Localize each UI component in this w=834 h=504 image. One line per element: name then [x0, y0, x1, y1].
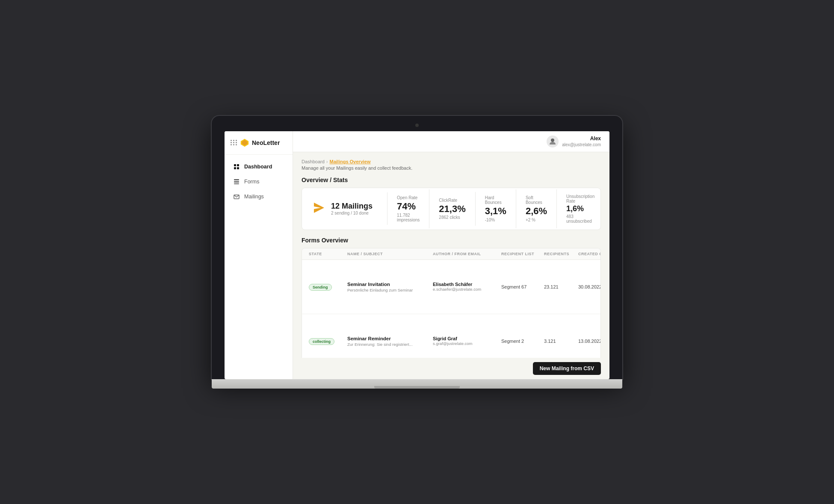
- row-1-name: Seminar Invitation Persönliche Einladung…: [347, 281, 433, 292]
- sidebar-item-forms-label: Forms: [244, 179, 259, 185]
- breadcrumb-parent[interactable]: Dashboard: [302, 159, 325, 164]
- app-grid-icon: [231, 140, 237, 145]
- row-2-recipient-list: Segment 2: [501, 339, 544, 344]
- svg-rect-8: [234, 183, 239, 184]
- sidebar-item-mailings-label: Mailings: [244, 194, 264, 200]
- breadcrumb-current: Mailings Overview: [330, 159, 371, 164]
- col-name: NAME / SUBJECT: [347, 252, 433, 256]
- col-recipient-list: RECIPIENT LIST: [501, 252, 544, 256]
- row-2-name: Seminar Reminder Zur Erinnerung: Sie sin…: [347, 336, 433, 347]
- mailings-icon: [233, 193, 240, 200]
- user-email: alex@justrelate.com: [562, 142, 601, 147]
- svg-rect-2: [234, 164, 236, 166]
- page-subtitle: Manage all your Mailings easily and coll…: [302, 165, 601, 171]
- laptop-base: [212, 379, 622, 389]
- mailings-count-box: 12 Mailings 2 sending / 10 done: [302, 192, 387, 225]
- top-header: Alex alex@justrelate.com: [293, 131, 609, 153]
- mailings-count-sub: 2 sending / 10 done: [331, 211, 373, 215]
- stat-value-0: 74%: [397, 201, 420, 212]
- row-1-author: Elisabeth Schäfer e.schaefer@justrelate.…: [433, 282, 501, 292]
- row-1-recipient-list: Segment 67: [501, 284, 544, 289]
- row-1-recipients: 23.121: [544, 284, 578, 289]
- breadcrumb: Dashboard › Mailings Overview: [302, 159, 601, 164]
- row-2-author: Sigrid Graf s.graf@justrelate.com: [433, 336, 501, 346]
- row-1-created-on: 30.08.2022: [578, 284, 601, 289]
- stat-label-2: Hard Bounces: [485, 195, 506, 205]
- svg-rect-6: [234, 179, 239, 180]
- sidebar: NeoLetter: [225, 131, 293, 379]
- forms-icon: [233, 178, 240, 185]
- svg-rect-4: [234, 167, 236, 169]
- col-recipients: RECIPIENTS: [544, 252, 578, 256]
- stat-unsub-rate: Unsubscription Rate 1,6% 483 unsubscribe…: [557, 188, 601, 230]
- svg-marker-11: [314, 203, 324, 213]
- stat-value-3: 2,6%: [526, 206, 547, 216]
- col-state: STATE: [309, 252, 347, 256]
- main-content: Alex alex@justrelate.com Dashboard › Mai…: [293, 131, 609, 379]
- col-author: AUTHOR / FROM EMAIL: [433, 252, 501, 256]
- svg-point-10: [551, 139, 554, 142]
- mailings-count-label: 12 Mailings: [331, 202, 373, 211]
- mailings-table: STATE NAME / SUBJECT AUTHOR / FROM EMAIL…: [302, 248, 601, 358]
- page-content: Dashboard › Mailings Overview Manage all…: [293, 152, 609, 357]
- stat-value-1: 21,3%: [439, 204, 465, 214]
- row-2-created-on: 13.08.2022: [578, 339, 601, 344]
- sidebar-item-dashboard[interactable]: Dashboard: [227, 159, 290, 174]
- table-row[interactable]: Sending Seminar Invitation Persönliche E…: [302, 260, 600, 314]
- neoletter-logo-icon: [240, 138, 249, 147]
- stat-open-rate: Open Rate 74% 11.782 impressions: [387, 189, 429, 228]
- stat-sub-0: 11.782 impressions: [397, 213, 420, 222]
- sidebar-item-mailings[interactable]: Mailings: [227, 189, 290, 204]
- stat-click-rate: ClickRate 21,3% 2862 clicks: [429, 192, 475, 226]
- user-name: Alex: [562, 136, 601, 142]
- stat-value-2: 3,1%: [485, 206, 506, 216]
- stat-label-1: ClickRate: [439, 198, 465, 203]
- svg-rect-3: [237, 164, 239, 166]
- avatar: [547, 136, 559, 147]
- table-row[interactable]: collecting Seminar Reminder Zur Erinneru…: [302, 314, 600, 358]
- new-mailing-csv-button[interactable]: New Mailing from CSV: [533, 362, 601, 375]
- stat-sub-3: +2 %: [526, 218, 547, 222]
- stat-value-4: 1,6%: [566, 205, 594, 213]
- dashboard-icon: [233, 163, 240, 170]
- stat-label-0: Open Rate: [397, 195, 420, 200]
- sidebar-item-forms[interactable]: Forms: [227, 174, 290, 189]
- logo: NeoLetter: [225, 131, 293, 155]
- col-created-on: CREATED ON: [578, 252, 601, 256]
- sidebar-item-dashboard-label: Dashboard: [244, 164, 272, 170]
- stat-label-3: Soft Bounces: [526, 195, 547, 205]
- logo-text: NeoLetter: [252, 139, 280, 146]
- stat-label-4: Unsubscription Rate: [566, 194, 594, 203]
- row-2-recipients: 3.121: [544, 339, 578, 344]
- breadcrumb-separator: ›: [326, 159, 328, 164]
- table-header: STATE NAME / SUBJECT AUTHOR / FROM EMAIL…: [302, 248, 600, 260]
- stat-sub-4: 483 unsubscribed: [566, 214, 594, 224]
- stat-soft-bounces: Soft Bounces 2,6% +2 %: [516, 189, 557, 228]
- row-1-state: Sending: [309, 283, 347, 291]
- user-info: Alex alex@justrelate.com: [547, 136, 601, 148]
- stat-hard-bounces: Hard Bounces 3,1% -10%: [476, 189, 516, 228]
- stat-sub-2: -10%: [485, 218, 506, 222]
- svg-rect-7: [234, 181, 239, 183]
- user-details: Alex alex@justrelate.com: [562, 136, 601, 148]
- row-2-state: collecting: [309, 337, 347, 345]
- send-icon: [312, 201, 326, 216]
- sidebar-nav: Dashboard Forms: [225, 155, 293, 379]
- stats-card: 12 Mailings 2 sending / 10 done Open Rat…: [302, 188, 601, 230]
- svg-rect-5: [237, 167, 239, 169]
- overview-title: Overview / Stats: [302, 177, 601, 183]
- table-title: Forms Overview: [302, 237, 601, 244]
- page-bottom-bar: New Mailing from CSV: [293, 358, 609, 379]
- stat-sub-1: 2862 clicks: [439, 215, 465, 220]
- camera: [415, 124, 419, 127]
